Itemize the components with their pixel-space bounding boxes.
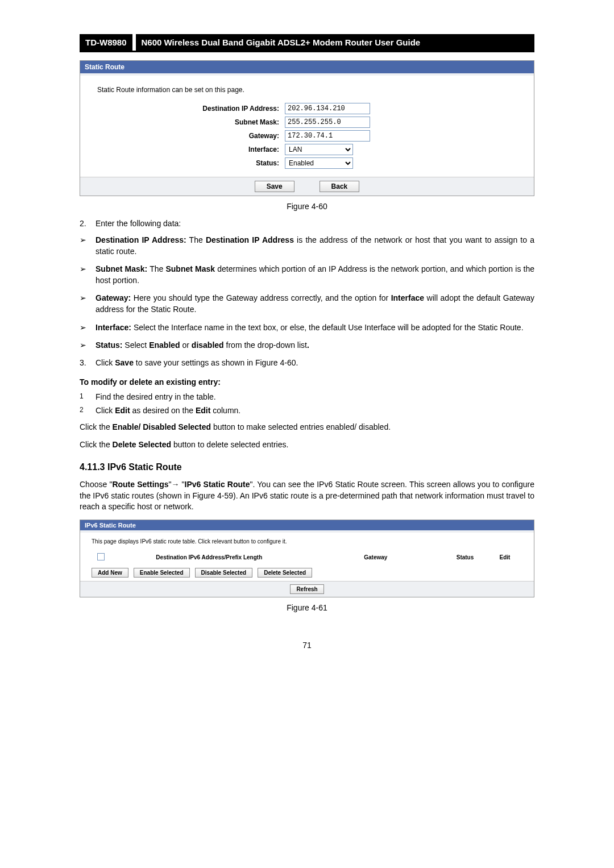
- arrow-icon: ➢: [80, 235, 96, 257]
- modify-heading: To modify or delete an existing entry:: [80, 377, 534, 387]
- panel-desc: Static Route information can be set on t…: [97, 86, 517, 94]
- step-number: 3.: [80, 358, 96, 367]
- bullet-dest-ip: ➢ Destination IP Address: The Destinatio…: [80, 235, 534, 257]
- dest-ip-label: Destination IP Address:: [97, 105, 285, 113]
- doc-title: N600 Wireless Dual Band Gigabit ADSL2+ M…: [136, 34, 534, 51]
- figure-caption-61: Figure 4-61: [80, 603, 534, 612]
- figure-caption-60: Figure 4-60: [80, 202, 534, 211]
- status-label: Status:: [97, 159, 285, 167]
- bullet-subnet-mask: ➢ Subnet Mask: The Subnet Mask determine…: [80, 264, 534, 286]
- arrow-icon: ➢: [80, 322, 96, 334]
- list-text: Find the desired entry in the table.: [96, 392, 534, 401]
- static-route-panel: Static Route Static Route information ca…: [80, 60, 534, 196]
- step-text: Click Save to save your settings as show…: [96, 358, 534, 367]
- doc-header: TD-W8980 N600 Wireless Dual Band Gigabit…: [80, 34, 534, 52]
- disable-selected-button[interactable]: Disable Selected: [195, 568, 252, 578]
- refresh-button[interactable]: Refresh: [290, 584, 323, 594]
- list-number: 2: [80, 406, 96, 415]
- status-select[interactable]: Enabled: [285, 157, 353, 169]
- model-label: TD-W8980: [80, 34, 132, 51]
- panel-title: IPv6 Static Route: [80, 520, 534, 530]
- col-edit: Edit: [488, 554, 522, 560]
- step-number: 2.: [80, 219, 96, 228]
- interface-select[interactable]: LAN: [285, 144, 353, 155]
- bullet-gateway: ➢ Gateway: Here you should type the Gate…: [80, 293, 534, 315]
- delete-selected-button[interactable]: Delete Selected: [258, 568, 312, 578]
- bullet-status: ➢ Status: Select Enabled or disabled fro…: [80, 340, 534, 351]
- table-header-row: Destination IPv6 Address/Prefix Length G…: [92, 550, 522, 564]
- interface-label: Interface:: [97, 146, 285, 153]
- save-button[interactable]: Save: [255, 181, 294, 192]
- gateway-input[interactable]: [285, 130, 370, 142]
- enable-disable-para: Click the Enable/ Disabled Selected butt…: [80, 422, 534, 433]
- add-new-button[interactable]: Add New: [92, 568, 128, 578]
- enable-selected-button[interactable]: Enable Selected: [134, 568, 190, 578]
- arrow-icon: ➢: [80, 293, 96, 315]
- back-button[interactable]: Back: [320, 181, 360, 192]
- bullet-interface: ➢ Interface: Select the Interface name i…: [80, 322, 534, 334]
- col-gateway: Gateway: [309, 554, 442, 560]
- col-dest: Destination IPv6 Address/Prefix Length: [109, 554, 309, 560]
- list-number: 1: [80, 392, 96, 401]
- panel-desc: This page displays IPv6 static route tab…: [92, 538, 522, 545]
- ipv6-static-route-panel: IPv6 Static Route This page displays IPv…: [80, 520, 534, 597]
- col-status: Status: [442, 554, 488, 560]
- section-heading: 4.11.3 IPv6 Static Route: [80, 462, 534, 472]
- list-text: Click Edit as desired on the Edit column…: [96, 406, 534, 415]
- page-number: 71: [80, 641, 534, 650]
- delete-selected-para: Click the Delete Selected button to dele…: [80, 439, 534, 451]
- arrow-icon: ➢: [80, 340, 96, 351]
- dest-ip-input[interactable]: [285, 103, 370, 114]
- step-text: Enter the following data:: [96, 219, 534, 228]
- subnet-mask-input[interactable]: [285, 117, 370, 128]
- gateway-label: Gateway:: [97, 132, 285, 140]
- arrow-icon: ➢: [80, 264, 96, 286]
- panel-title: Static Route: [80, 61, 534, 73]
- section-para: Choose "Route Settings"→ "IPv6 Static Ro…: [80, 479, 534, 513]
- select-all-checkbox[interactable]: [97, 553, 105, 560]
- subnet-mask-label: Subnet Mask:: [97, 118, 285, 126]
